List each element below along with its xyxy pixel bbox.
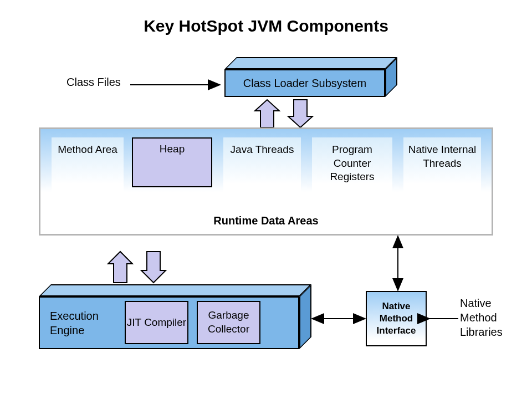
jit-compiler-box: JIT Compiler bbox=[125, 301, 188, 344]
execution-engine-label: Execution Engine bbox=[50, 309, 122, 337]
native-internal-threads-cell: Native Internal Threads bbox=[403, 137, 481, 196]
runtime-data-areas-label: Runtime Data Areas bbox=[40, 214, 492, 227]
java-threads-cell: Java Threads bbox=[223, 137, 301, 196]
heap-cell: Heap bbox=[132, 137, 212, 187]
runtime-data-areas-box: Method Area Heap Java Threads Program Co… bbox=[39, 127, 493, 236]
arrow-rda-nmi bbox=[392, 236, 403, 291]
class-loader-label: Class Loader Subsystem bbox=[243, 77, 366, 90]
native-method-interface-box: Native Method Interface bbox=[366, 291, 427, 346]
garbage-collector-box: Garbage Collector bbox=[197, 301, 260, 344]
diagram-title: Key HotSpot JVM Components bbox=[0, 17, 532, 35]
arrow-classfiles-to-classloader bbox=[130, 82, 224, 88]
arrows-classloader-rda bbox=[255, 99, 321, 132]
arrow-execengine-nmi bbox=[311, 316, 366, 321]
arrows-rda-execution-engine bbox=[108, 249, 175, 283]
class-files-label: Class Files bbox=[66, 75, 121, 89]
arrow-libs-to-nmi bbox=[427, 316, 460, 321]
program-counter-registers-cell: Program Counter Registers bbox=[312, 137, 392, 196]
native-method-libraries-label: Native Method Libraries bbox=[460, 296, 521, 339]
method-area-cell: Method Area bbox=[52, 137, 124, 196]
